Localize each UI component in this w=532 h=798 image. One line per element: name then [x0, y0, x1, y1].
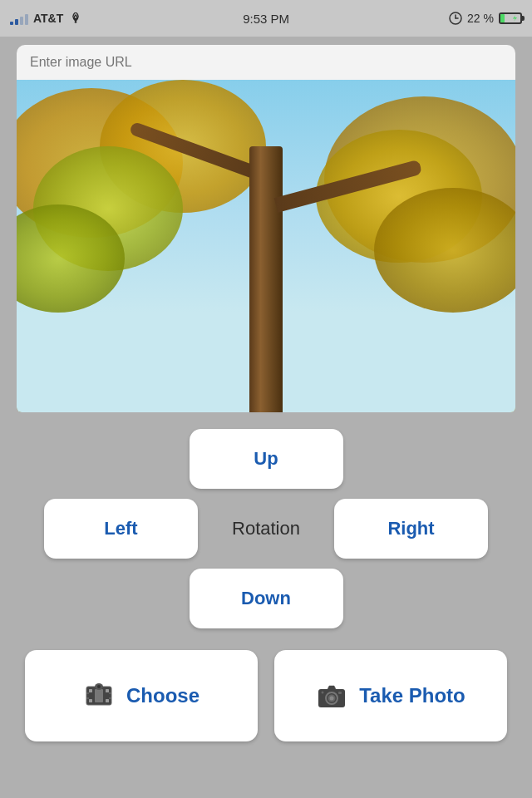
svg-rect-22	[338, 692, 342, 694]
svg-rect-11	[95, 689, 103, 702]
clock-icon	[449, 12, 462, 25]
status-right: 22 %	[449, 12, 522, 25]
choose-label: Choose	[126, 684, 200, 707]
battery-percent: 22 %	[467, 12, 494, 25]
left-label: Left	[104, 518, 137, 539]
film-icon	[83, 680, 115, 712]
svg-marker-4	[513, 15, 517, 22]
status-left: AT&T	[10, 12, 83, 25]
up-label: Up	[254, 448, 278, 470]
image-display	[17, 80, 515, 412]
up-button[interactable]: Up	[190, 429, 343, 489]
up-row: Up	[17, 429, 515, 489]
take-photo-label: Take Photo	[359, 684, 466, 707]
svg-point-17	[97, 685, 101, 688]
svg-rect-10	[106, 699, 109, 702]
choose-button[interactable]: Choose	[25, 650, 258, 741]
url-input[interactable]	[17, 45, 515, 80]
tree-trunk	[249, 146, 283, 412]
take-photo-button[interactable]: Take Photo	[274, 650, 507, 741]
carrier-label: AT&T	[33, 12, 63, 25]
camera-icon	[316, 680, 347, 712]
status-bar: AT&T 9:53 PM 22 %	[0, 0, 532, 37]
rotation-label: Rotation	[208, 518, 324, 539]
svg-rect-9	[106, 689, 109, 692]
lightning-icon	[509, 14, 520, 22]
svg-point-21	[330, 697, 334, 701]
main-content: Up Left Rotation Right Down	[0, 37, 532, 758]
svg-rect-7	[89, 689, 92, 692]
right-button[interactable]: Right	[334, 499, 488, 559]
down-row: Down	[17, 569, 515, 628]
down-button[interactable]: Down	[190, 569, 343, 628]
controls-area: Up Left Rotation Right Down	[17, 429, 515, 741]
battery-icon	[499, 12, 522, 24]
middle-row: Left Rotation Right	[17, 499, 515, 559]
svg-point-0	[75, 21, 77, 23]
left-button[interactable]: Left	[44, 499, 198, 559]
bottom-row: Choose Take Photo	[17, 650, 515, 741]
wifi-icon	[68, 12, 83, 24]
battery-fill	[500, 14, 505, 22]
svg-point-23	[322, 692, 324, 694]
down-label: Down	[241, 588, 291, 609]
svg-rect-8	[89, 699, 92, 702]
right-label: Right	[387, 518, 434, 539]
time-display: 9:53 PM	[243, 12, 289, 26]
signal-bars	[10, 12, 28, 25]
url-container	[17, 45, 515, 80]
